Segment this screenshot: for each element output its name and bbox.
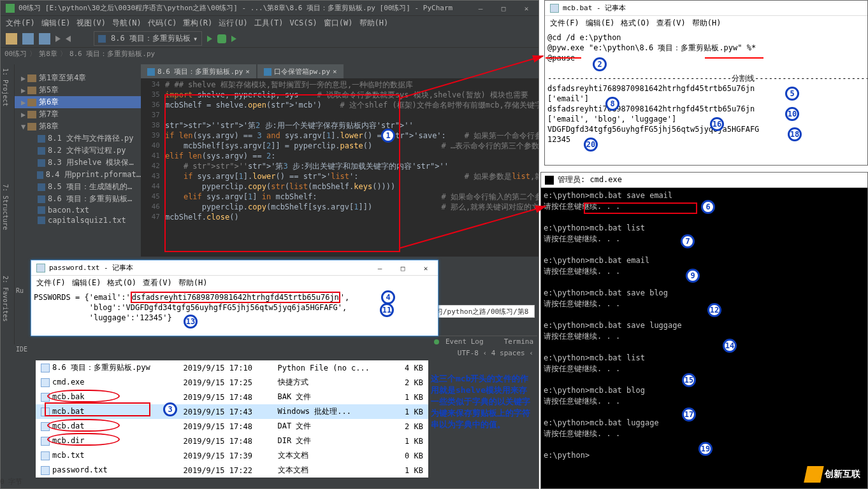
pycharm-icon <box>6 4 15 13</box>
menu-item[interactable]: 编辑(E) <box>72 278 101 288</box>
sync-icon[interactable] <box>39 33 50 45</box>
table-row[interactable]: password.txt2019/9/15 17:22文本文档1 KB <box>36 463 428 478</box>
logo-icon <box>804 466 824 483</box>
pycharm-title-bar[interactable]: 00练习 [E:\python\30之后\0030程序语言\python之路\0… <box>1 1 539 16</box>
window-title: 00练习 [E:\python\30之后\0030程序语言\python之路\0… <box>18 3 452 13</box>
editor-tab[interactable]: 口令保管箱pw.py × <box>257 64 344 79</box>
tree-label: 8.6 项目：多重剪贴板… <box>48 194 132 204</box>
tab-close-icon[interactable]: × <box>245 67 250 76</box>
menu-item[interactable]: 文件(F) <box>550 18 579 29</box>
notepad-title-bar[interactable]: mcb.bat - 记事本 <box>545 1 867 16</box>
open-icon[interactable] <box>6 33 17 45</box>
terminal-tab[interactable]: Termina <box>504 337 533 346</box>
menu-item[interactable]: 查看(V) <box>143 278 172 288</box>
tree-label: 8.3 用shelve 模块保… <box>48 157 134 168</box>
annotation-circle-dir <box>47 433 120 446</box>
pw-l2: 'blog':'VDGFDgfd34tgfg56uyhgfFG5jhj56qtw… <box>34 303 347 312</box>
menu-item[interactable]: 运行(U) <box>219 18 248 29</box>
menu-item[interactable]: 导航(N) <box>112 18 141 29</box>
tree-label: 8.4 用pprint.pformat… <box>46 169 141 180</box>
annotation-box-cmd1 <box>584 202 697 214</box>
notepad-password: password.txt - 记事本 — □ ✕ 文件(F)编辑(E)格式(O)… <box>31 260 438 336</box>
project-tree: ▶第1章至第4章▶第5章▶第6章▶第7章▼第8章8.1 文件与文件路径.py8.… <box>15 72 141 225</box>
tree-item[interactable]: 8.6 项目：多重剪贴板… <box>15 193 141 205</box>
menu-item[interactable]: 查看(V) <box>656 18 686 29</box>
notepad-pw-content[interactable]: PSSWORDS = {'email':'dsfadsreyhti7689870… <box>31 290 438 325</box>
table-row[interactable]: 8.6 项目：多重剪贴板.pyw2019/9/15 17:10Python Fi… <box>36 360 428 375</box>
menu-item[interactable]: VCS(S) <box>290 18 317 27</box>
tree-item[interactable]: 8.5 项目：生成随机的… <box>15 181 141 193</box>
cmd-title-bar[interactable]: 管理员: cmd.exe <box>541 173 867 188</box>
tree-item[interactable]: ▶第1章至第4章 <box>15 72 141 84</box>
menu-item[interactable]: 工具(T) <box>254 18 284 29</box>
tree-item[interactable]: 8.4 用pprint.pformat… <box>15 169 141 181</box>
menu-item[interactable]: 代码(C) <box>148 18 177 29</box>
event-log[interactable]: Event Log <box>445 337 484 346</box>
maximize-button[interactable]: □ <box>494 1 513 16</box>
run-config-dropdown[interactable]: 8.6 项目：多重剪贴板 ▾ <box>94 31 202 46</box>
annotation-box-bat <box>45 402 150 416</box>
menu-item[interactable]: 编辑(E) <box>586 18 615 29</box>
table-row[interactable]: cmd.exe2019/9/15 17:25快捷方式2 KB <box>36 375 428 390</box>
pw-l3: 'luggage':'12345'} <box>34 313 172 322</box>
cmd-body[interactable]: e:\python>mcb.bat save email 请按任意键继续. . … <box>541 188 867 464</box>
back-icon[interactable] <box>55 36 61 42</box>
tree-item[interactable]: ▶第6章 <box>15 96 141 108</box>
tree-item[interactable]: ▶第7章 <box>15 108 141 120</box>
minimize-button[interactable]: — <box>471 1 490 16</box>
notepad-content[interactable]: @cd /d e:\python @pyw.exe "e:\python\8.6… <box>545 30 867 147</box>
callout-7: 7 <box>681 234 695 248</box>
breadcrumb-item[interactable]: 8.6 项目：多重剪贴板.py <box>69 49 155 59</box>
run-button-icon[interactable] <box>207 36 212 42</box>
gutter-tab-project[interactable]: 1: Project <box>1 64 10 110</box>
tree-item[interactable]: 8.2 文件读写过程.py <box>15 145 141 157</box>
tree-item[interactable]: ▼第8章 <box>15 120 141 132</box>
gutter-tab-structure[interactable]: 7: Structure <box>1 180 10 234</box>
tree-item[interactable]: 8.1 文件与文件路径.py <box>15 132 141 145</box>
tree-label: 8.5 项目：生成随机的… <box>48 181 132 192</box>
menu-item[interactable]: 文件(F) <box>36 278 66 288</box>
menu-item[interactable]: 帮助(H) <box>178 278 208 288</box>
table-row[interactable]: mcb.txt2019/9/15 17:39文本文档0 KB <box>36 448 428 463</box>
folder-icon <box>27 74 36 82</box>
menu-item[interactable]: 窗口(W) <box>324 18 353 29</box>
tree-item[interactable]: 8.3 用shelve 模块保… <box>15 157 141 169</box>
callout-13: 13 <box>184 315 198 329</box>
menu-item[interactable]: 帮助(H) <box>692 18 721 29</box>
close-button[interactable]: ✕ <box>416 260 435 276</box>
close-button[interactable]: ✕ <box>517 1 536 16</box>
callout-1: 1 <box>381 129 395 143</box>
minimize-button[interactable]: — <box>370 260 389 276</box>
fwd-icon[interactable] <box>66 36 71 42</box>
menu-item[interactable]: 重构(R) <box>183 18 212 29</box>
notepad-pw-title-bar[interactable]: password.txt - 记事本 — □ ✕ <box>31 260 438 276</box>
editor-tabs: 8.6 项目：多重剪贴板.py ×口令保管箱pw.py × <box>141 64 344 79</box>
cmd-title: 管理员: cmd.exe <box>558 174 622 185</box>
menu-item[interactable]: 文件(F) <box>6 18 35 29</box>
menu-item[interactable]: 视图(V) <box>76 18 106 29</box>
run-tab[interactable]: Ru <box>16 287 24 294</box>
tree-item[interactable]: bacon.txt <box>15 205 141 215</box>
tree-item[interactable]: capitalsquiz1.txt <box>15 215 141 225</box>
menu-item[interactable]: 帮助(H) <box>359 18 389 29</box>
save-icon[interactable] <box>22 33 34 45</box>
maximize-button[interactable]: □ <box>393 260 412 276</box>
editor-tab[interactable]: 8.6 项目：多重剪贴板.py × <box>141 64 256 79</box>
tab-close-icon[interactable]: × <box>333 67 337 76</box>
callout-12: 12 <box>707 303 721 317</box>
tree-item[interactable]: ▶第5章 <box>15 84 141 96</box>
encoding-status[interactable]: UTF-8 ‹ 4 spaces ‹ <box>458 349 533 357</box>
menu-item[interactable]: 格式(O) <box>107 278 136 288</box>
run-config-label: 8.6 项目：多重剪贴板 <box>111 33 191 44</box>
path-hint: 习/python之路/00练习/第8章 <box>433 305 535 318</box>
tree-label: 8.1 文件与文件路径.py <box>48 133 134 144</box>
debug-icon[interactable] <box>217 34 226 43</box>
file-icon <box>38 195 45 203</box>
callout-9: 9 <box>686 269 700 283</box>
run-coverage-icon[interactable] <box>231 36 236 42</box>
breadcrumb-item[interactable]: 第8章 <box>39 49 57 59</box>
menu-item[interactable]: 格式(O) <box>621 18 650 29</box>
gutter-tab-favorites[interactable]: 2: Favorites <box>1 272 10 325</box>
menu-item[interactable]: 编辑(E) <box>41 18 71 29</box>
breadcrumb-item[interactable]: 00练习 <box>4 49 27 59</box>
